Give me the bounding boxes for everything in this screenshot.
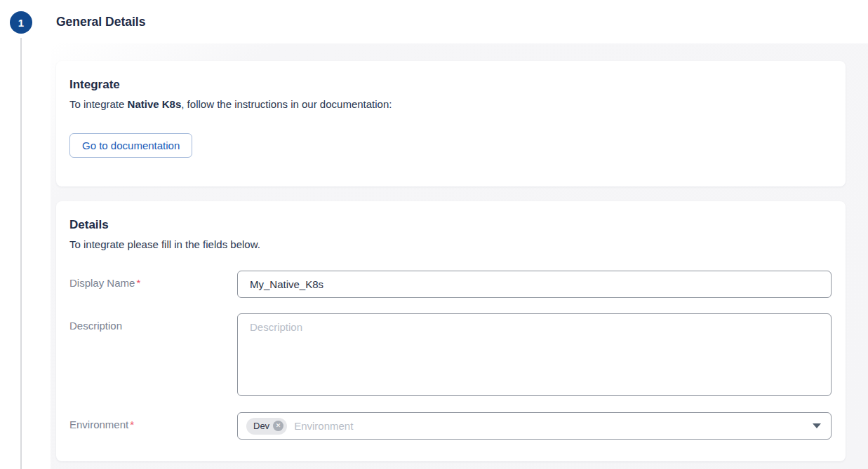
environment-tag-chip: Dev✕ <box>246 418 287 435</box>
environment-placeholder: Environment <box>294 420 353 432</box>
display-name-label-text: Display Name <box>69 277 135 289</box>
product-name: Native K8s <box>128 98 182 110</box>
environment-select[interactable]: Dev✕ Environment <box>237 412 832 440</box>
stepper-line <box>20 38 22 469</box>
details-card-subtitle: To integrate please fill in the fields b… <box>69 237 832 252</box>
integrate-description-prefix: To integrate <box>69 98 128 110</box>
description-textarea[interactable] <box>237 313 832 396</box>
remove-tag-icon[interactable]: ✕ <box>273 421 283 431</box>
environment-label: Environment* <box>69 412 237 430</box>
display-name-label: Display Name* <box>69 271 237 289</box>
integrate-card-title: Integrate <box>69 76 832 93</box>
description-row: Description <box>69 313 832 396</box>
environment-label-text: Environment <box>69 419 128 430</box>
details-card: Details To integrate please fill in the … <box>56 201 846 461</box>
integrate-card-description: To integrate Native K8s, follow the inst… <box>69 97 832 112</box>
step-number-badge: 1 <box>10 11 32 34</box>
integrate-card: Integrate To integrate Native K8s, follo… <box>56 61 846 186</box>
display-name-input[interactable] <box>237 271 832 298</box>
go-to-documentation-button[interactable]: Go to documentation <box>69 133 192 158</box>
integrate-description-suffix: , follow the instructions in our documen… <box>181 98 392 110</box>
page-title: General Details <box>56 15 145 29</box>
chevron-down-icon <box>813 423 821 428</box>
environment-tag-label: Dev <box>253 421 269 431</box>
environment-row: Environment* Dev✕ Environment <box>69 412 832 440</box>
display-name-row: Display Name* <box>69 271 832 298</box>
description-label-text: Description <box>69 320 122 332</box>
description-label: Description <box>69 313 237 332</box>
required-asterisk: * <box>130 419 134 430</box>
required-asterisk: * <box>136 277 140 289</box>
details-card-title: Details <box>69 217 832 233</box>
